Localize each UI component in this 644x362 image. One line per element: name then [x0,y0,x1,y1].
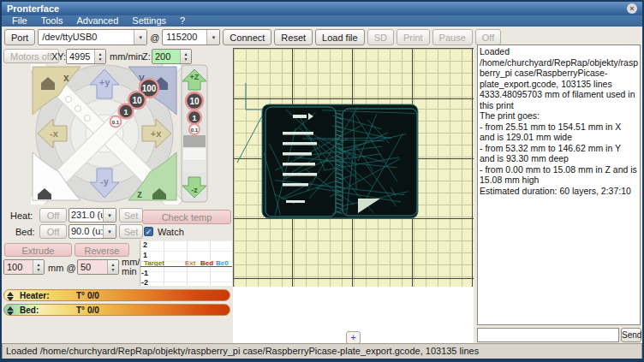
pronterface-window: Pronterface × File Tools Advanced Settin… [0,0,644,362]
connect-button[interactable]: Connect [223,29,271,45]
port-value: /dev/ttyUSB0 [39,30,134,45]
legend-bed: Bed [200,259,213,267]
z-step-10-label: 10 [189,97,200,106]
xy-feedrate-value: 4995 [67,50,94,63]
legend-target: Target [144,259,164,267]
check-temp-button[interactable]: Check temp [142,210,231,224]
z-feed-label: Z: [142,51,151,62]
zoom-in-button[interactable]: + [346,331,361,344]
minus-y-label: -y [100,176,110,187]
title-bar[interactable]: Pronterface × [2,2,642,15]
bed-set-button[interactable]: Set [119,224,143,239]
status-bar: Loaded /home/churchyard/RepRap/objekty/r… [2,343,642,359]
menu-advanced[interactable]: Advanced [69,15,125,27]
gcode-viewer[interactable]: + [233,48,474,345]
heat-temp-combo[interactable]: 231.0 (u ▼ [69,208,116,223]
heat-label: Heat: [10,211,33,221]
extrude-button[interactable]: Extrude [4,243,72,257]
legend-ext: Ext [185,259,195,267]
load-file-button[interactable]: Load file [315,29,365,45]
temp-graph-tick: -2 [141,278,148,287]
feed-unit-label: mm/min [110,51,143,62]
gcode-travel-move [246,83,265,110]
port-button[interactable]: Port [4,29,35,45]
gauge-up-icon[interactable] [7,306,14,311]
z-step-01-label: 0.1 [191,128,199,133]
home-z-label: z [137,188,142,200]
step-100-label: 100 [142,84,157,93]
spinner-down-icon[interactable]: ▼ [184,56,188,62]
menu-help[interactable]: ? [173,15,192,27]
command-input[interactable] [477,328,619,342]
print-button[interactable]: Print [397,29,430,45]
chevron-down-icon[interactable]: ▼ [206,30,219,45]
heat-off-button[interactable]: Off [39,208,67,223]
xy-feed-label: XY: [51,51,66,62]
extrude-length-spinner[interactable]: 100 ▲▼ [3,259,45,275]
gauge-down-icon[interactable] [7,312,14,316]
jog-pad[interactable]: x y z +y -y -x +x 100 10 1 0.1 [31,64,211,205]
plus-y-label: +y [99,77,110,87]
chevron-down-icon[interactable]: ▼ [103,225,116,238]
menu-settings[interactable]: Settings [125,15,173,27]
watch-label: Watch [158,227,184,237]
reverse-button[interactable]: Reverse [75,243,129,257]
bed-off-button[interactable]: Off [39,224,67,239]
legend-bed0: Be0 [216,259,229,267]
port-combo[interactable]: /dev/ttyUSB0 ▼ [38,29,147,45]
step-01-label: 0.1 [112,120,120,125]
menu-tools[interactable]: Tools [34,15,70,27]
heater-gauge[interactable]: Heater: T° 0/0 [3,289,230,301]
log-output[interactable]: Loaded /home/churchyard/RepRap/objekty/r… [477,45,641,325]
bed-gauge-value: T° 0/0 [76,306,99,315]
temp-graph-tick: 1 [143,251,147,259]
close-icon[interactable]: × [627,3,637,14]
bed-gauge-label: Bed: [20,306,39,315]
z-step-1-label: 1 [192,114,196,122]
off-button[interactable]: Off [475,29,501,45]
spinner-down-icon[interactable]: ▼ [37,267,41,272]
control-panel: Motors off XY: 4995 ▲▼ mm/min Z: 200 ▲▼ [2,48,233,345]
z-track-cell[interactable] [183,148,206,160]
z-track-slider[interactable] [183,135,206,147]
extrude-speed-value: 50 [78,260,107,274]
plus-x-label: +x [151,128,162,139]
temp-graph-tick: 2 [143,240,147,249]
motors-off-button[interactable]: Motors off [3,49,59,63]
temp-graph-tick: -1 [141,269,148,277]
at-label: @ [150,33,159,43]
plus-z-label: +Z [190,73,200,81]
chevron-down-icon[interactable]: ▼ [134,30,146,45]
chevron-down-icon[interactable]: ▼ [103,209,116,222]
window-title: Pronterface [7,3,59,14]
gauge-down-icon[interactable] [7,297,14,301]
heat-temp-value: 231.0 (u [69,209,103,222]
pause-button[interactable]: Pause [432,29,473,45]
step-1-label: 1 [123,108,128,116]
sd-button[interactable]: SD [367,29,394,45]
bed-gauge[interactable]: Bed: T° 0/0 [3,304,230,316]
extrude-speed-spinner[interactable]: 50 ▲▼ [77,259,119,275]
baud-value: 115200 [163,30,206,45]
watch-checkbox[interactable]: ✓ [144,227,153,236]
baud-combo[interactable]: 115200 ▼ [162,29,220,45]
temp-graph: 2 1 -1 -2 Target Ext Bed Be0 [140,240,232,286]
z-track-cell[interactable] [183,161,206,173]
bed-label: Bed: [15,227,35,237]
mm-at-label: mm @ [48,263,76,273]
step-10-label: 10 [132,96,142,105]
spinner-down-icon[interactable]: ▼ [98,56,103,62]
heater-gauge-value: T° 0/0 [76,291,99,300]
spinner-down-icon[interactable]: ▼ [111,267,116,272]
z-feedrate-value: 200 [152,50,180,63]
xy-feedrate-spinner[interactable]: 4995 ▲▼ [66,49,106,64]
menu-file[interactable]: File [5,15,34,27]
menu-bar: File Tools Advanced Settings ? [2,15,642,27]
bed-temp-combo[interactable]: 90.0 (u: ▼ [69,224,116,239]
z-feedrate-spinner[interactable]: 200 ▲▼ [152,49,192,64]
heat-set-button[interactable]: Set [119,208,143,223]
reset-button[interactable]: Reset [274,29,313,45]
send-button[interactable]: Send [621,328,641,342]
gauge-up-icon[interactable] [7,292,14,296]
bed-temp-value: 90.0 (u: [69,225,103,238]
